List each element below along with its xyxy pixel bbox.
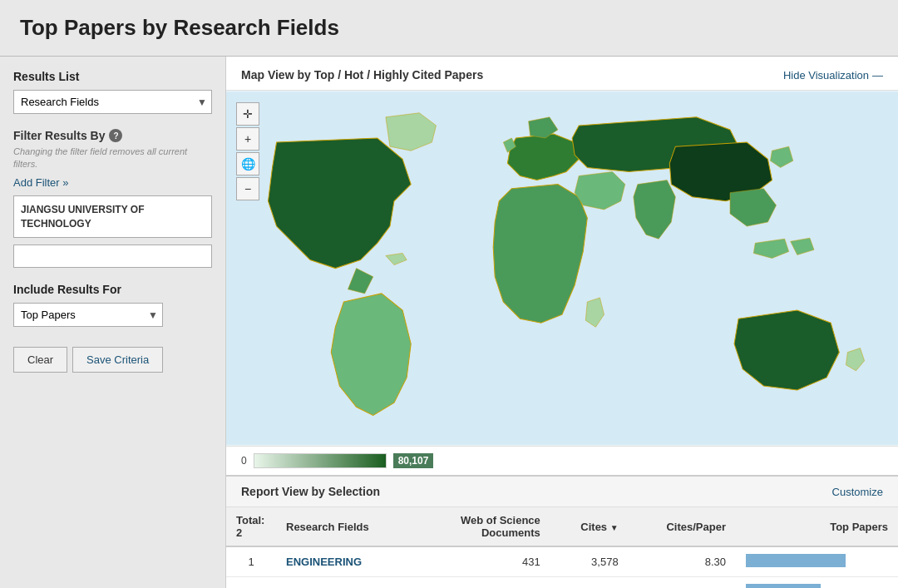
map-title: Map View by Top / Hot / Highly Cited Pap… bbox=[241, 68, 483, 82]
row2-top-papers-bar bbox=[736, 577, 898, 588]
filter-note: Changing the filter field removes all cu… bbox=[13, 146, 212, 171]
col-total: Total: 2 bbox=[226, 507, 276, 546]
row2-cites: 25,622 bbox=[550, 577, 629, 588]
col-cites-per-paper: Cites/Paper bbox=[629, 507, 736, 546]
zoom-out-button[interactable]: − bbox=[236, 177, 259, 200]
include-select[interactable]: Top Papers Hot Papers Highly Cited Paper… bbox=[13, 303, 163, 327]
filter-value-box: JIANGSU UNIVERSITY OF TECHNOLOGY bbox=[13, 195, 212, 239]
zoom-in-button[interactable]: + bbox=[236, 127, 259, 151]
include-label: Include Results For bbox=[13, 283, 212, 296]
total-label: Total: bbox=[236, 514, 264, 526]
col-top-papers: Top Papers bbox=[736, 507, 898, 546]
col-wos-docs: Web of ScienceDocuments bbox=[416, 507, 550, 546]
col-research-fields: Research Fields bbox=[276, 507, 416, 546]
customize-link[interactable]: Customize bbox=[832, 486, 883, 498]
report-title: Report View by Selection bbox=[241, 485, 380, 498]
row1-top-papers-bar bbox=[736, 546, 898, 577]
save-criteria-button[interactable]: Save Criteria bbox=[72, 347, 163, 373]
row2-docs: 2,531 bbox=[416, 577, 550, 588]
map-container: ✛ + 🌐 − bbox=[226, 91, 898, 446]
map-legend: 0 80,107 bbox=[226, 446, 898, 475]
pan-control[interactable]: ✛ bbox=[236, 102, 259, 126]
hide-visualization-link[interactable]: Hide Visualization — bbox=[783, 69, 883, 82]
results-list-label: Results List bbox=[13, 70, 212, 83]
legend-min-value: 0 bbox=[241, 455, 247, 467]
row1-num: 1 bbox=[226, 546, 276, 577]
map-controls: ✛ + 🌐 − bbox=[236, 102, 259, 200]
include-section: Include Results For Top Papers Hot Paper… bbox=[13, 283, 212, 342]
bar-engineering bbox=[746, 554, 846, 567]
left-panel: Results List Research Fields Authors Ins… bbox=[0, 57, 226, 588]
sort-arrow-icon: ▼ bbox=[610, 523, 619, 532]
add-filter-link[interactable]: Add Filter » bbox=[13, 176, 212, 189]
row1-cites: 3,578 bbox=[550, 546, 629, 577]
report-header: Report View by Selection Customize bbox=[226, 477, 898, 507]
table-row: 0 ALL FIELDS 2,531 25,622 10.12 bbox=[226, 577, 898, 588]
row1-cites-per-paper: 8.30 bbox=[629, 546, 736, 577]
engineering-link[interactable]: ENGINEERING bbox=[286, 556, 362, 568]
row1-field: ENGINEERING bbox=[276, 546, 416, 577]
row1-docs: 431 bbox=[416, 546, 550, 577]
page-title: Top Papers by Research Fields bbox=[0, 0, 898, 57]
table-header-row: Total: 2 Research Fields Web of ScienceD… bbox=[226, 507, 898, 546]
results-list-select[interactable]: Research Fields Authors Institutions Cou… bbox=[13, 90, 212, 114]
filter-extra-box bbox=[13, 245, 212, 268]
total-value: 2 bbox=[236, 526, 242, 539]
include-dropdown[interactable]: Top Papers Hot Papers Highly Cited Paper… bbox=[13, 303, 163, 327]
map-header: Map View by Top / Hot / Highly Cited Pap… bbox=[226, 57, 898, 91]
filter-help-icon[interactable]: ? bbox=[109, 129, 122, 142]
results-list-dropdown[interactable]: Research Fields Authors Institutions Cou… bbox=[13, 90, 212, 114]
clear-button[interactable]: Clear bbox=[13, 347, 67, 373]
world-map-svg bbox=[226, 91, 898, 446]
row2-cites-per-paper: 10.12 bbox=[629, 577, 736, 588]
bar-all-fields bbox=[746, 584, 821, 588]
legend-max-value: 80,107 bbox=[393, 453, 434, 468]
globe-icon[interactable]: 🌐 bbox=[236, 152, 259, 175]
right-panel: Map View by Top / Hot / Highly Cited Pap… bbox=[226, 57, 898, 588]
table-row: 1 ENGINEERING 431 3,578 8.30 bbox=[226, 546, 898, 577]
row2-field: ALL FIELDS bbox=[276, 577, 416, 588]
legend-gradient bbox=[254, 453, 387, 468]
report-table: Total: 2 Research Fields Web of ScienceD… bbox=[226, 507, 898, 588]
action-buttons: Clear Save Criteria bbox=[13, 347, 212, 373]
row2-num: 0 bbox=[226, 577, 276, 588]
col-cites[interactable]: Cites ▼ bbox=[550, 507, 629, 546]
report-section: Report View by Selection Customize Total… bbox=[226, 475, 898, 588]
filter-label: Filter Results By ? bbox=[13, 129, 212, 142]
